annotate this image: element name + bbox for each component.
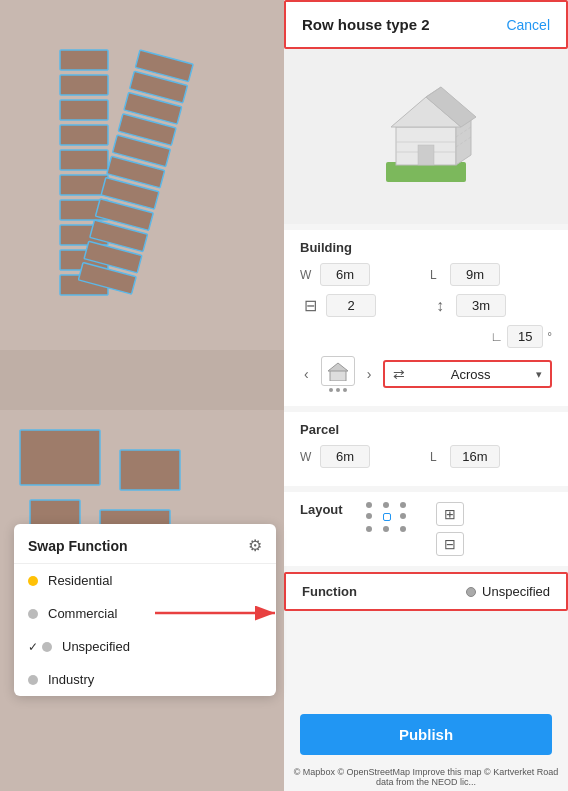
checkmark-icon: ✓	[28, 640, 38, 654]
nav-dot-2	[336, 388, 340, 392]
svg-rect-38	[330, 370, 346, 381]
layout-icons: ⊞ ⊟	[436, 502, 464, 556]
parcel-section-title: Parcel	[300, 422, 552, 437]
svg-rect-6	[60, 150, 108, 170]
layout-dot-tc	[383, 502, 389, 508]
layout-dot-bc	[383, 526, 389, 532]
svg-rect-23	[20, 430, 100, 485]
parcel-length-field: L 16m	[430, 445, 552, 468]
nav-center	[321, 356, 355, 392]
swap-item-residential-label: Residential	[48, 573, 112, 588]
angle-value[interactable]: 15	[507, 325, 543, 348]
nav-dots	[329, 388, 347, 392]
panel-header: Row house type 2 Cancel	[284, 0, 568, 49]
function-value-container: Unspecified	[466, 584, 550, 599]
svg-rect-5	[60, 125, 108, 145]
parcel-dimensions-row: W 6m L 16m	[300, 445, 552, 468]
building-section-title: Building	[300, 240, 552, 255]
svg-rect-4	[60, 100, 108, 120]
layout-dot-br	[400, 526, 406, 532]
svg-rect-35	[418, 145, 434, 165]
building-floors-value[interactable]: 2	[326, 294, 376, 317]
layout-dot-bl	[366, 526, 372, 532]
map-attribution: © Mapbox © OpenStreetMap Improve this ma…	[284, 763, 568, 791]
swap-item-commercial-label: Commercial	[48, 606, 117, 621]
arrow-indicator	[150, 598, 290, 632]
unspecified-dot	[42, 642, 52, 652]
svg-rect-24	[120, 450, 180, 490]
gear-icon[interactable]: ⚙	[248, 536, 262, 555]
building-section: Building W 6m L 9m ⊟ 2 ↕ 3m ∟ 15	[284, 230, 568, 406]
floors-icon: ⊟	[300, 296, 320, 315]
swap-function-title: Swap Function	[28, 538, 128, 554]
across-label: Across	[451, 367, 491, 382]
house-small-icon	[327, 361, 349, 381]
swap-item-unspecified[interactable]: ✓ Unspecified	[14, 630, 276, 663]
parcel-section: Parcel W 6m L 16m	[284, 412, 568, 486]
svg-rect-1	[0, 350, 284, 410]
function-value-text: Unspecified	[482, 584, 550, 599]
building-width-row: W 6m L 9m	[300, 263, 552, 286]
angle-icon: ∟	[490, 329, 503, 344]
nav-dropdown-row: ‹ › ⇄ Across ▾	[300, 356, 552, 392]
function-dot	[466, 587, 476, 597]
svg-rect-7	[60, 175, 108, 195]
house-3d-icon	[366, 77, 486, 197]
building-preview	[284, 49, 568, 224]
parcel-width-label: W	[300, 450, 314, 464]
angle-row: ∟ 15 °	[300, 325, 552, 348]
layout-section: Layout ⊞ ⊟	[284, 492, 568, 566]
residential-dot	[28, 576, 38, 586]
dropdown-chevron-icon: ▾	[536, 368, 542, 381]
parcel-length-value[interactable]: 16m	[450, 445, 500, 468]
svg-rect-3	[60, 75, 108, 95]
function-section: Function Unspecified	[284, 572, 568, 611]
commercial-dot	[28, 609, 38, 619]
layout-dot-tl	[366, 502, 372, 508]
building-floors-row: ⊟ 2 ↕ 3m	[300, 294, 552, 317]
floor-height-icon: ↕	[430, 297, 450, 315]
swap-item-industry-label: Industry	[48, 672, 94, 687]
layout-align-bottom-button[interactable]: ⊟	[436, 532, 464, 556]
swap-header: Swap Function ⚙	[14, 524, 276, 564]
function-section-title: Function	[302, 584, 357, 599]
svg-rect-2	[60, 50, 108, 70]
nav-dot-3	[343, 388, 347, 392]
parcel-width-field: W 6m	[300, 445, 422, 468]
right-panel: Row house type 2 Cancel	[284, 0, 568, 791]
layout-dots-grid	[366, 502, 412, 532]
building-floors-field: ⊟ 2	[300, 294, 422, 317]
building-length-field: L 9m	[430, 263, 552, 286]
building-width-field: W 6m	[300, 263, 422, 286]
layout-align-top-button[interactable]: ⊞	[436, 502, 464, 526]
nav-dot-1	[329, 388, 333, 392]
swap-item-industry[interactable]: Industry	[14, 663, 276, 696]
layout-dot-mr	[400, 513, 406, 519]
swap-item-unspecified-label: Unspecified	[62, 639, 130, 654]
angle-unit: °	[547, 330, 552, 344]
publish-button[interactable]: Publish	[300, 714, 552, 755]
svg-marker-39	[328, 363, 348, 371]
layout-section-title: Layout	[300, 502, 350, 517]
industry-dot	[28, 675, 38, 685]
nav-next-arrow[interactable]: ›	[363, 364, 376, 384]
width-label: W	[300, 268, 314, 282]
parcel-width-value[interactable]: 6m	[320, 445, 370, 468]
building-width-value[interactable]: 6m	[320, 263, 370, 286]
layout-dot-tr	[400, 502, 406, 508]
house-icon-box	[321, 356, 355, 386]
length-label: L	[430, 268, 444, 282]
building-floor-height-value[interactable]: 3m	[456, 294, 506, 317]
panel-title: Row house type 2	[302, 16, 430, 33]
swap-item-residential[interactable]: Residential	[14, 564, 276, 597]
layout-dot-mc[interactable]	[383, 513, 391, 521]
layout-dot-ml	[366, 513, 372, 519]
building-floor-height-field: ↕ 3m	[430, 294, 552, 317]
across-icon: ⇄	[393, 366, 405, 382]
building-length-value[interactable]: 9m	[450, 263, 500, 286]
parcel-length-label: L	[430, 450, 444, 464]
cancel-button[interactable]: Cancel	[506, 17, 550, 33]
across-dropdown[interactable]: ⇄ Across ▾	[383, 360, 552, 388]
nav-prev-arrow[interactable]: ‹	[300, 364, 313, 384]
